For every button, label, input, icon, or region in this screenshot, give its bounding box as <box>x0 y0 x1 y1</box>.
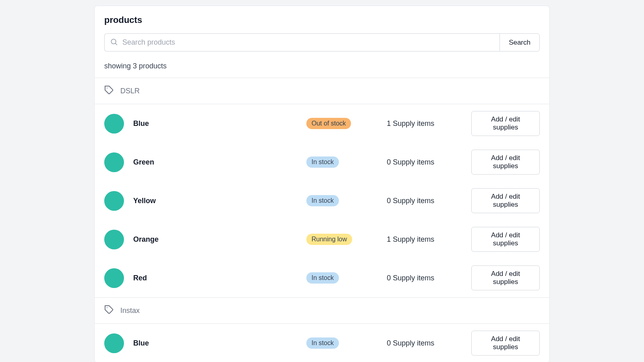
group-label: Instax <box>120 306 140 315</box>
product-swatch <box>104 152 124 172</box>
status-badge: In stock <box>306 156 339 168</box>
product-groups: DSLRBlueOut of stock1 Supply itemsAdd / … <box>95 78 549 362</box>
product-row: BlueIn stock0 Supply itemsAdd / edit sup… <box>95 324 549 362</box>
products-card: products Search showing 3 products DSLRB… <box>94 6 550 362</box>
product-row: BlueOut of stock1 Supply itemsAdd / edit… <box>95 104 549 143</box>
add-edit-supplies-button[interactable]: Add / edit supplies <box>471 331 540 356</box>
search-wrap <box>104 33 500 51</box>
search-button[interactable]: Search <box>500 33 540 51</box>
add-edit-supplies-button[interactable]: Add / edit supplies <box>471 150 540 175</box>
status-badge: Running low <box>306 234 352 245</box>
product-name: Orange <box>133 235 306 244</box>
supply-count: 0 Supply items <box>387 158 471 167</box>
group-header: Instax <box>95 297 549 324</box>
product-row: OrangeRunning low1 Supply itemsAdd / edi… <box>95 220 549 259</box>
product-swatch <box>104 230 124 249</box>
product-name: Blue <box>133 339 306 348</box>
product-swatch <box>104 191 124 211</box>
supply-count: 0 Supply items <box>387 274 471 282</box>
product-swatch <box>104 114 124 134</box>
product-swatch <box>104 268 124 288</box>
search-input[interactable] <box>104 33 500 51</box>
supply-count: 1 Supply items <box>387 119 471 128</box>
svg-line-1 <box>116 43 117 45</box>
card-header: products Search showing 3 products <box>95 6 549 78</box>
page-title: products <box>104 15 540 25</box>
product-name: Green <box>133 158 306 167</box>
group-header: DSLR <box>95 78 549 104</box>
search-row: Search <box>104 33 540 51</box>
add-edit-supplies-button[interactable]: Add / edit supplies <box>471 188 540 213</box>
group-label: DSLR <box>120 87 140 95</box>
result-count: showing 3 products <box>104 62 540 70</box>
supply-count: 0 Supply items <box>387 339 471 348</box>
supply-count: 0 Supply items <box>387 197 471 205</box>
product-row: RedIn stock0 Supply itemsAdd / edit supp… <box>95 259 549 297</box>
product-name: Red <box>133 274 306 282</box>
status-badge: In stock <box>306 272 339 284</box>
add-edit-supplies-button[interactable]: Add / edit supplies <box>471 227 540 252</box>
tag-icon <box>104 305 114 316</box>
product-name: Blue <box>133 119 306 128</box>
add-edit-supplies-button[interactable]: Add / edit supplies <box>471 111 540 136</box>
product-name: Yellow <box>133 197 306 205</box>
status-badge: In stock <box>306 195 339 206</box>
add-edit-supplies-button[interactable]: Add / edit supplies <box>471 265 540 290</box>
status-badge: Out of stock <box>306 118 351 129</box>
status-badge: In stock <box>306 337 339 349</box>
search-icon <box>110 38 118 47</box>
tag-icon <box>104 85 114 97</box>
svg-point-0 <box>111 39 116 44</box>
product-row: GreenIn stock0 Supply itemsAdd / edit su… <box>95 143 549 181</box>
product-row: YellowIn stock0 Supply itemsAdd / edit s… <box>95 181 549 220</box>
product-swatch <box>104 333 124 353</box>
supply-count: 1 Supply items <box>387 235 471 244</box>
